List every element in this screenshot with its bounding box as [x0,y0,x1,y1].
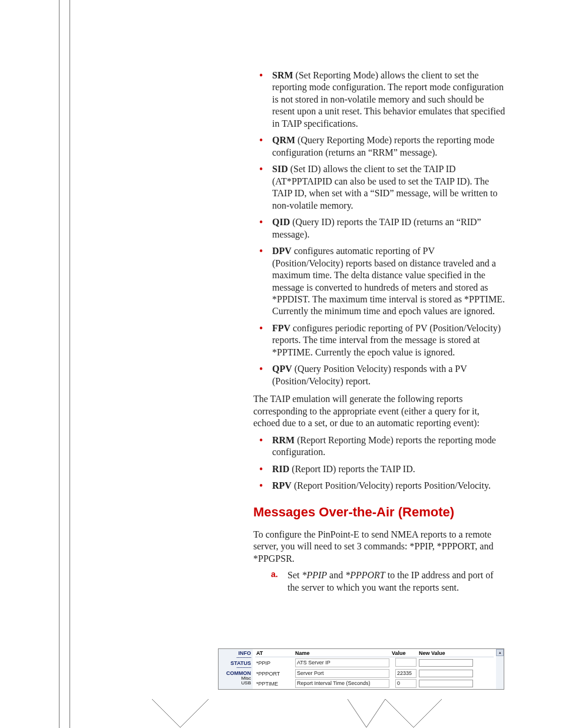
config-sidebar: INFO --------------- STATUS ------------… [219,649,253,689]
text: (Set ID) allows the client to set the TA… [272,164,497,210]
step-marker: a. [271,569,285,580]
list-item: QID (Query ID) reports the TAIP ID (retu… [271,216,507,241]
newvalue-input[interactable] [419,670,473,677]
bullet-list-2: RRM (Report Reporting Mode) reports the … [253,434,507,492]
text: (Report ID) reports the TAIP ID. [289,464,415,474]
ordered-step-a: a. Set *PPIP and *PPPORT to the IP addre… [271,569,507,594]
value-display [395,658,416,667]
remote-paragraph: To configure the PinPoint-E to send NMEA… [253,529,507,565]
frame-notch-decoration [348,699,442,727]
text: (Report Reporting Mode) reports the repo… [272,435,496,457]
step-text: Set *PPIP and *PPPORT to the IP address … [287,569,505,594]
config-table: AT Name Value New Value *PPIP ATS Server… [255,650,494,689]
table-header-row: AT Name Value New Value [255,650,494,657]
table-row: *PPIP ATS Server IP [255,657,494,669]
term: FPV [272,323,290,333]
code-ital: *PPIP [302,570,327,580]
cell-value: 22335 [391,668,418,678]
t: and [327,570,345,580]
term: QPV [272,364,292,374]
term: RID [272,464,289,474]
term: RPV [272,480,292,490]
cell-name: Report Interval Time (Seconds) [294,678,391,689]
frame-line-left-2 [70,0,70,728]
list-item: SID (Set ID) allows the client to set th… [271,163,507,212]
term: DPV [272,246,292,256]
list-item: QPV (Query Position Velocity) responds w… [271,363,507,387]
header-value: Value [391,650,418,657]
list-item: RID (Report ID) reports the TAIP ID. [271,463,507,475]
header-at: AT [255,650,294,657]
header-name: Name [294,650,391,657]
text: (Query Reporting Mode) reports the repor… [272,135,494,157]
sidebar-sub-usb[interactable]: USB [219,681,251,686]
cell-name: ATS Server IP [294,657,391,669]
code-ital: *PPPORT [345,570,385,580]
text: (Query ID) reports the TAIP ID (returns … [272,217,481,239]
body-text-column: SRM (Set Reporting Mode) allows the clie… [253,70,507,594]
cell-newvalue [418,678,494,689]
text: (Report Position/Velocity) reports Posit… [292,480,491,490]
term: SRM [272,70,293,80]
name-display: Server Port [295,669,389,678]
newvalue-input[interactable] [419,680,473,687]
term: SID [272,164,288,174]
list-item: FPV configures periodic reporting of PV … [271,322,507,358]
term: RRM [272,435,295,445]
list-item: RRM (Report Reporting Mode) reports the … [271,434,507,459]
value-display: 22335 [395,669,416,678]
list-item: DPV configures automatic reporting of PV… [271,245,507,318]
term: QRM [272,135,295,145]
cell-value [391,657,418,669]
text: (Set Reporting Mode) allows the client t… [272,70,505,129]
page: SRM (Set Reporting Mode) allows the clie… [0,0,562,728]
sidebar-group-common[interactable]: COMMON [219,669,251,676]
cell-newvalue [418,668,494,678]
cell-name: Server Port [294,668,391,678]
middle-paragraph: The TAIP emulation will generate the fol… [253,393,507,429]
cell-value: 0 [391,678,418,689]
t: Set [287,570,302,580]
newvalue-input[interactable] [419,659,473,667]
cell-at: *PPTIME [255,678,294,689]
text: configures periodic reporting of PV (Pos… [272,323,501,357]
table-row: *PPPORT Server Port 22335 [255,668,494,678]
frame-notch-decoration [152,699,209,727]
list-item: SRM (Set Reporting Mode) allows the clie… [271,70,507,130]
name-display: ATS Server IP [295,658,389,667]
text: (Query Position Velocity) responds with … [272,364,467,386]
frame-line-left [59,0,59,728]
config-panel-figure: INFO --------------- STATUS ------------… [218,648,504,690]
config-main: AT Name Value New Value *PPIP ATS Server… [253,649,496,689]
cell-at: *PPIP [255,657,294,669]
list-item: QRM (Query Reporting Mode) reports the r… [271,134,507,159]
header-newvalue: New Value [418,650,494,657]
cell-newvalue [418,657,494,669]
scrollbar[interactable]: ▴ [496,649,504,689]
name-display: Report Interval Time (Seconds) [295,679,389,688]
bullet-list-1: SRM (Set Reporting Mode) allows the clie… [253,70,507,387]
text: configures automatic reporting of PV (Po… [272,246,505,316]
list-item: RPV (Report Position/Velocity) reports P… [271,480,507,492]
scroll-up-icon[interactable]: ▴ [496,649,504,656]
section-heading: Messages Over-the-Air (Remote) [253,504,507,521]
value-display: 0 [395,679,416,688]
table-row: *PPTIME Report Interval Time (Seconds) 0 [255,678,494,689]
cell-at: *PPPORT [255,668,294,678]
term: QID [272,217,290,227]
